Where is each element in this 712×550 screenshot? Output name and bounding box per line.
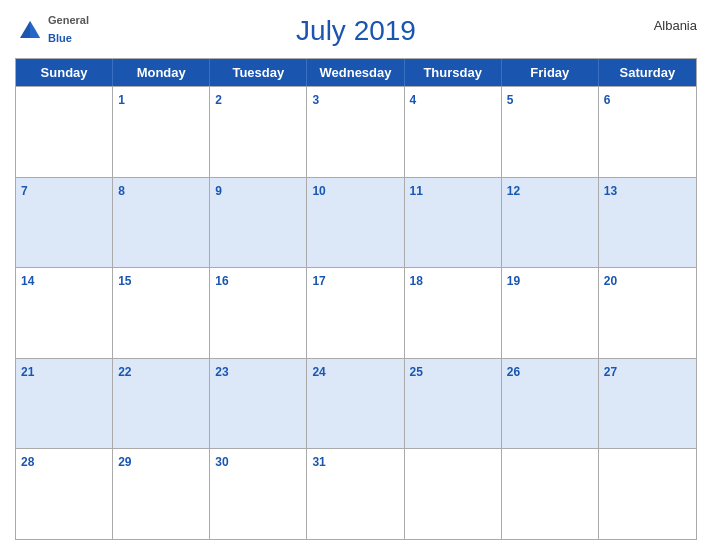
week-row-1: 123456 xyxy=(16,86,696,177)
logo-icon xyxy=(15,13,45,43)
day-number: 23 xyxy=(215,365,228,379)
cal-cell-4-3: 31 xyxy=(307,449,404,539)
day-number: 30 xyxy=(215,455,228,469)
day-number: 27 xyxy=(604,365,617,379)
day-number: 26 xyxy=(507,365,520,379)
country-label: Albania xyxy=(654,18,697,33)
day-number: 6 xyxy=(604,93,611,107)
day-number: 22 xyxy=(118,365,131,379)
day-number: 25 xyxy=(410,365,423,379)
cal-cell-2-6: 20 xyxy=(599,268,696,358)
day-number: 19 xyxy=(507,274,520,288)
cal-cell-3-3: 24 xyxy=(307,359,404,449)
cal-cell-1-2: 9 xyxy=(210,178,307,268)
logo-blue-text: Blue xyxy=(48,32,72,44)
cal-cell-0-2: 2 xyxy=(210,87,307,177)
cal-cell-4-6 xyxy=(599,449,696,539)
cal-cell-3-1: 22 xyxy=(113,359,210,449)
cal-cell-2-3: 17 xyxy=(307,268,404,358)
cal-cell-0-6: 6 xyxy=(599,87,696,177)
day-number: 12 xyxy=(507,184,520,198)
day-number: 31 xyxy=(312,455,325,469)
logo: General Blue xyxy=(15,10,89,46)
col-wednesday: Wednesday xyxy=(307,59,404,86)
cal-cell-3-2: 23 xyxy=(210,359,307,449)
calendar-grid: Sunday Monday Tuesday Wednesday Thursday… xyxy=(15,58,697,540)
cal-cell-1-4: 11 xyxy=(405,178,502,268)
cal-cell-0-0 xyxy=(16,87,113,177)
cal-cell-2-5: 19 xyxy=(502,268,599,358)
day-number: 8 xyxy=(118,184,125,198)
cal-cell-4-5 xyxy=(502,449,599,539)
day-number: 21 xyxy=(21,365,34,379)
day-number: 1 xyxy=(118,93,125,107)
day-number: 3 xyxy=(312,93,319,107)
cal-cell-1-5: 12 xyxy=(502,178,599,268)
day-number: 9 xyxy=(215,184,222,198)
day-number: 7 xyxy=(21,184,28,198)
day-number: 18 xyxy=(410,274,423,288)
day-number: 29 xyxy=(118,455,131,469)
svg-marker-1 xyxy=(30,21,40,38)
cal-cell-0-5: 5 xyxy=(502,87,599,177)
cal-cell-3-6: 27 xyxy=(599,359,696,449)
cal-cell-4-4 xyxy=(405,449,502,539)
cal-cell-4-2: 30 xyxy=(210,449,307,539)
cal-cell-2-4: 18 xyxy=(405,268,502,358)
day-number: 15 xyxy=(118,274,131,288)
calendar-title: July 2019 xyxy=(296,15,416,47)
cal-cell-0-3: 3 xyxy=(307,87,404,177)
cal-cell-3-4: 25 xyxy=(405,359,502,449)
day-number: 14 xyxy=(21,274,34,288)
day-number: 20 xyxy=(604,274,617,288)
cal-cell-4-1: 29 xyxy=(113,449,210,539)
cal-cell-4-0: 28 xyxy=(16,449,113,539)
col-tuesday: Tuesday xyxy=(210,59,307,86)
cal-cell-2-2: 16 xyxy=(210,268,307,358)
logo-text: General Blue xyxy=(48,10,89,46)
cal-cell-1-1: 8 xyxy=(113,178,210,268)
col-saturday: Saturday xyxy=(599,59,696,86)
week-row-3: 14151617181920 xyxy=(16,267,696,358)
col-thursday: Thursday xyxy=(405,59,502,86)
calendar-page: General Blue July 2019 Albania Sunday Mo… xyxy=(0,0,712,550)
cal-cell-1-0: 7 xyxy=(16,178,113,268)
cal-cell-2-1: 15 xyxy=(113,268,210,358)
day-number: 13 xyxy=(604,184,617,198)
col-monday: Monday xyxy=(113,59,210,86)
calendar-header-row: Sunday Monday Tuesday Wednesday Thursday… xyxy=(16,59,696,86)
col-sunday: Sunday xyxy=(16,59,113,86)
day-number: 5 xyxy=(507,93,514,107)
header: General Blue July 2019 Albania xyxy=(15,10,697,52)
calendar-body: 1234567891011121314151617181920212223242… xyxy=(16,86,696,539)
cal-cell-3-0: 21 xyxy=(16,359,113,449)
day-number: 28 xyxy=(21,455,34,469)
day-number: 24 xyxy=(312,365,325,379)
cal-cell-3-5: 26 xyxy=(502,359,599,449)
cal-cell-2-0: 14 xyxy=(16,268,113,358)
day-number: 11 xyxy=(410,184,423,198)
day-number: 17 xyxy=(312,274,325,288)
cal-cell-0-1: 1 xyxy=(113,87,210,177)
day-number: 10 xyxy=(312,184,325,198)
day-number: 16 xyxy=(215,274,228,288)
week-row-2: 78910111213 xyxy=(16,177,696,268)
day-number: 2 xyxy=(215,93,222,107)
cal-cell-1-3: 10 xyxy=(307,178,404,268)
logo-general-text: General xyxy=(48,14,89,26)
week-row-5: 28293031 xyxy=(16,448,696,539)
cal-cell-1-6: 13 xyxy=(599,178,696,268)
col-friday: Friday xyxy=(502,59,599,86)
week-row-4: 21222324252627 xyxy=(16,358,696,449)
cal-cell-0-4: 4 xyxy=(405,87,502,177)
day-number: 4 xyxy=(410,93,417,107)
